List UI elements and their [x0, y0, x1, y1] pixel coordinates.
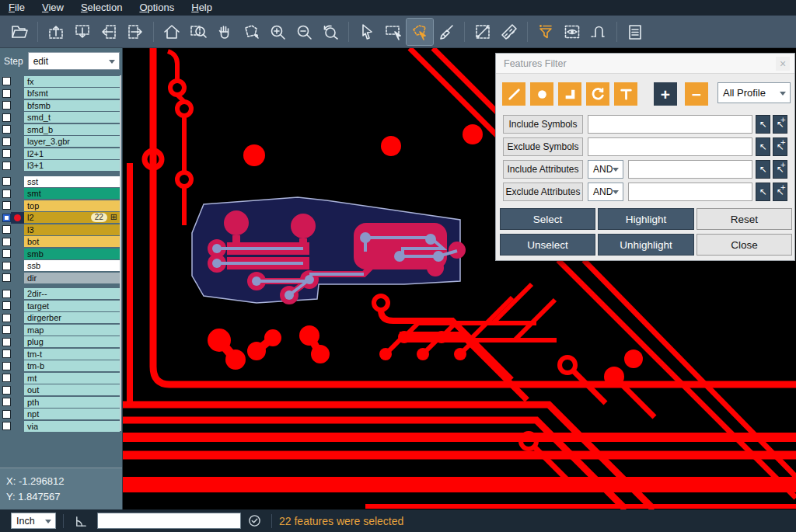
layer-visibility-checkbox[interactable] — [2, 325, 11, 334]
scroll-down-icon[interactable] — [69, 19, 96, 45]
layer-visibility-checkbox[interactable] — [2, 89, 11, 98]
layer-row-bot[interactable]: bot — [0, 236, 122, 249]
layer-visibility-checkbox[interactable] — [2, 101, 11, 110]
select-pointer-icon[interactable] — [354, 19, 380, 45]
layer-visibility-checkbox[interactable] — [2, 386, 11, 395]
layer-visibility-checkbox[interactable] — [2, 374, 11, 382]
layer-row-smt[interactable]: smt — [0, 188, 122, 200]
angle-mode-icon[interactable] — [74, 513, 89, 528]
sync-icon[interactable] — [248, 514, 261, 527]
exclude-symbols-input[interactable] — [588, 137, 752, 156]
pick-add-attribute-button[interactable]: ↖+ — [773, 160, 787, 179]
pick-attribute-button[interactable]: ↖ — [756, 183, 770, 201]
pad-feature-button[interactable] — [530, 82, 553, 106]
scroll-right-icon[interactable] — [122, 19, 148, 45]
highlight-button[interactable]: Highlight — [598, 208, 694, 230]
layer-visibility-checkbox[interactable] — [2, 273, 11, 282]
home-view-icon[interactable] — [159, 19, 185, 45]
pick-symbol-button[interactable]: ↖ — [756, 115, 770, 134]
pick-symbol-button[interactable]: ↖ — [756, 137, 770, 156]
layer-row-target[interactable]: target — [0, 300, 122, 312]
pan-hand-icon[interactable] — [211, 19, 238, 45]
pick-add-symbol-button[interactable]: ↖+ — [773, 137, 787, 156]
zoom-previous-icon[interactable] — [317, 19, 344, 45]
measure-ruler-icon[interactable] — [496, 19, 522, 45]
layer-row-bfsmb[interactable]: bfsmb — [0, 99, 122, 112]
view-options-icon[interactable] — [559, 19, 585, 45]
exclude-attributes-input[interactable] — [628, 183, 752, 201]
zoom-area-icon[interactable] — [185, 19, 211, 45]
layer-visibility-checkbox[interactable] — [2, 314, 11, 322]
exclude-symbols-button[interactable]: Exclude Symbols — [503, 137, 583, 156]
layer-row-l3+1[interactable]: l3+1 — [0, 160, 122, 172]
step-select[interactable]: edit — [28, 52, 120, 70]
unselect-button[interactable]: Unselect — [500, 234, 595, 256]
surface-feature-button[interactable] — [558, 82, 581, 106]
layer-visibility-checkbox[interactable] — [2, 338, 11, 346]
layer-visibility-checkbox[interactable] — [2, 190, 11, 198]
include-attributes-input[interactable] — [628, 160, 752, 179]
layer-visibility-checkbox[interactable] — [2, 177, 11, 186]
include-attributes-button[interactable]: Include Attributes — [503, 160, 583, 179]
scroll-left-icon[interactable] — [96, 19, 122, 45]
command-input[interactable] — [97, 513, 241, 529]
layer-row-tm-t[interactable]: tm-t — [0, 348, 122, 360]
layer-row-sst[interactable]: sst — [0, 176, 122, 188]
layer-row-map[interactable]: map — [0, 324, 122, 336]
line-feature-button[interactable] — [502, 82, 525, 106]
pick-add-attribute-button[interactable]: ↖+ — [773, 183, 787, 201]
include-attributes-operator-select[interactable]: AND — [588, 160, 623, 179]
layer-row-dirgerber[interactable]: dirgerber — [0, 312, 122, 325]
layer-row-plug[interactable]: plug — [0, 336, 122, 349]
unhighlight-button[interactable]: Unhighlight — [598, 234, 694, 256]
layer-visibility-checkbox[interactable] — [2, 137, 11, 146]
layer-visibility-checkbox[interactable] — [2, 125, 11, 134]
open-icon[interactable] — [6, 19, 33, 45]
features-filter-icon[interactable] — [532, 19, 559, 45]
close-icon[interactable]: × — [776, 57, 790, 71]
pick-add-symbol-button[interactable]: ↖+ — [773, 115, 787, 134]
layer-visibility-checkbox[interactable] — [2, 290, 11, 298]
report-panel-icon[interactable] — [622, 19, 648, 45]
layer-row-dir[interactable]: dir — [0, 272, 122, 284]
arc-feature-button[interactable] — [586, 82, 609, 106]
select-polygon-icon[interactable] — [407, 19, 433, 45]
pick-attribute-button[interactable]: ↖ — [756, 160, 770, 179]
layer-visibility-checkbox[interactable] — [2, 422, 11, 430]
measure-distance-icon[interactable] — [470, 19, 496, 45]
layer-row-out[interactable]: out — [0, 384, 122, 397]
zoom-polygon-icon[interactable] — [238, 19, 264, 45]
layer-visibility-checkbox[interactable] — [2, 201, 11, 210]
zoom-out-icon[interactable] — [291, 19, 317, 45]
layer-visibility-checkbox[interactable] — [2, 398, 11, 406]
layer-row-l2+1[interactable]: l2+1 — [0, 148, 122, 160]
include-symbols-button[interactable]: Include Symbols — [503, 115, 583, 134]
layer-visibility-checkbox[interactable] — [2, 149, 11, 158]
layer-row-tm-b[interactable]: tm-b — [0, 360, 122, 373]
layer-visibility-checkbox[interactable] — [2, 225, 11, 234]
layer-row-pth[interactable]: pth — [0, 396, 122, 409]
menu-view[interactable]: View — [33, 0, 72, 16]
layer-visibility-checkbox[interactable] — [2, 410, 11, 419]
layer-row-fx[interactable]: fx — [0, 75, 122, 88]
reset-button[interactable]: Reset — [696, 208, 792, 230]
layer-row-via[interactable]: via — [0, 420, 122, 433]
layer-row-npt[interactable]: npt — [0, 409, 122, 421]
layer-row-2dir--[interactable]: 2dir-- — [0, 288, 122, 301]
layer-visibility-checkbox[interactable] — [2, 214, 11, 222]
layer-row-ssb[interactable]: ssb — [0, 260, 122, 273]
zoom-in-icon[interactable] — [264, 19, 291, 45]
layer-row-layer_3.gbr[interactable]: layer_3.gbr — [0, 136, 122, 148]
layer-row-mt[interactable]: mt — [0, 372, 122, 384]
text-feature-button[interactable] — [614, 82, 637, 106]
remove-mode-button[interactable]: − — [685, 82, 708, 106]
layer-row-l3[interactable]: l3 — [0, 224, 122, 236]
layer-list-scrollbar[interactable] — [120, 75, 121, 431]
layer-visibility-checkbox[interactable] — [2, 162, 11, 170]
menu-selection[interactable]: Selection — [72, 0, 131, 16]
select-rectangle-icon[interactable] — [380, 19, 407, 45]
menu-file[interactable]: File — [0, 0, 33, 16]
exclude-attributes-button[interactable]: Exclude Attributes — [503, 183, 583, 201]
profile-select[interactable]: All Profile — [717, 82, 791, 103]
scroll-up-icon[interactable] — [43, 19, 69, 45]
